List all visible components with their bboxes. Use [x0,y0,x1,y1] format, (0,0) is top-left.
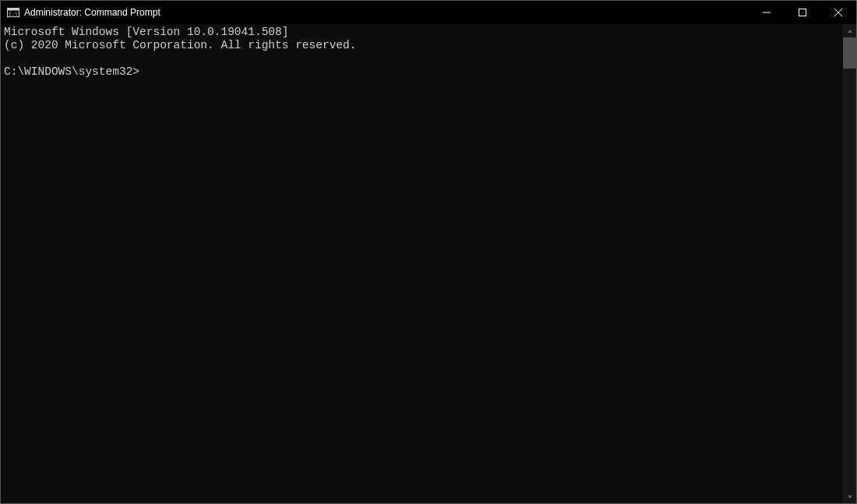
titlebar[interactable]: C:\ Administrator: Command Prompt [1,1,856,24]
svg-text:C:\: C:\ [9,11,18,17]
svg-marker-8 [848,495,852,499]
vertical-scrollbar[interactable] [843,24,856,503]
scroll-down-arrow-icon[interactable] [843,490,856,503]
cmd-icon: C:\ [7,6,19,19]
window-title: Administrator: Command Prompt [24,7,160,18]
command-prompt-window: C:\ Administrator: Command Prompt Micros… [0,0,857,504]
window-controls [749,1,856,24]
close-button[interactable] [820,1,856,24]
scroll-up-arrow-icon[interactable] [843,24,856,37]
content-area: Microsoft Windows [Version 10.0.19041.50… [1,24,856,503]
copyright-line: (c) 2020 Microsoft Corporation. All righ… [4,39,356,51]
svg-marker-7 [848,30,852,33]
terminal-output[interactable]: Microsoft Windows [Version 10.0.19041.50… [1,24,843,503]
prompt: C:\WINDOWS\system32> [4,65,139,78]
scroll-thumb[interactable] [843,37,856,69]
version-line: Microsoft Windows [Version 10.0.19041.50… [4,26,288,38]
minimize-button[interactable] [749,1,785,24]
scroll-track[interactable] [843,37,856,490]
cursor[interactable] [139,65,146,78]
maximize-button[interactable] [785,1,820,24]
svg-rect-4 [799,9,806,16]
